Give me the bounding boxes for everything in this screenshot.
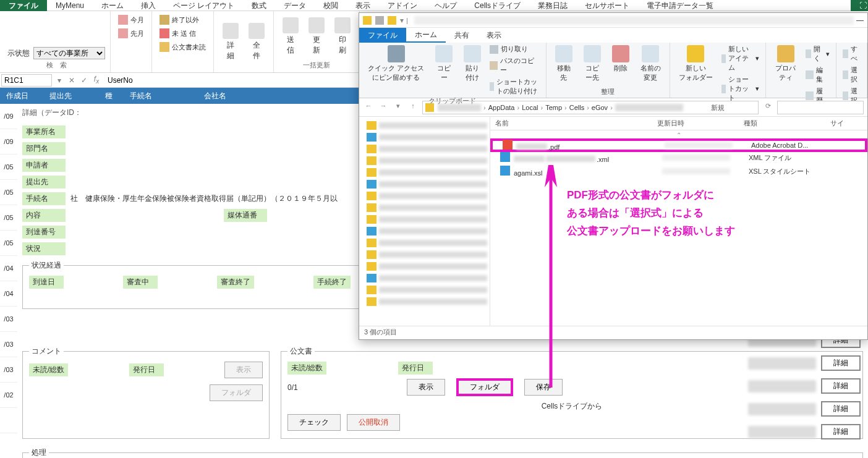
tree-item[interactable] (362, 213, 487, 225)
unread-docs-button[interactable]: 公文書未読 (157, 41, 208, 53)
docs-folder-button[interactable]: フォルダ (456, 378, 513, 396)
row-date[interactable] (0, 408, 17, 433)
tab-mymenu[interactable]: MyMenu (47, 0, 93, 11)
tab-addin[interactable]: アドイン (379, 0, 426, 11)
name-box[interactable] (1, 74, 52, 87)
tree-item[interactable] (362, 225, 487, 237)
open-button[interactable]: 開く ▾ (804, 44, 831, 64)
explorer-titlebar[interactable]: ▾ | — (359, 13, 867, 28)
breadcrumb-item[interactable]: Local (522, 104, 538, 111)
fx-icon[interactable]: fx (90, 75, 103, 85)
fx-accept-icon[interactable]: ✓ (78, 76, 90, 85)
all-button[interactable]: 全 件 (245, 14, 268, 70)
tab-file[interactable]: ファイル (0, 0, 47, 11)
row-date[interactable]: /03 (0, 357, 17, 383)
breadcrumb-item[interactable]: AppData (488, 104, 515, 111)
new-folder-button[interactable]: 新しい フォルダー (675, 44, 717, 83)
select-none-button[interactable]: 選択 (841, 65, 862, 85)
back-icon[interactable]: ← (363, 102, 374, 113)
qat-icon[interactable] (375, 16, 384, 25)
tree-item[interactable] (362, 284, 487, 295)
up-icon[interactable]: ↑ (407, 102, 419, 113)
file-row[interactable]: agami.xslXSL スタイルシート (490, 164, 867, 178)
row-date[interactable]: /04 (0, 281, 17, 307)
tree-item[interactable] (362, 143, 487, 155)
tab-view[interactable]: 表示 (347, 0, 379, 11)
tab-formula[interactable]: 数式 (243, 0, 275, 11)
namebox-dropdown-icon[interactable]: ▾ (53, 76, 66, 85)
ex-tab-file[interactable]: ファイル (359, 28, 406, 43)
ex-tab-view[interactable]: 表示 (478, 28, 510, 43)
unsent-button[interactable]: 未 送 信 (157, 27, 208, 40)
col-date[interactable]: 更新日時 (657, 119, 744, 128)
comment-show-button[interactable]: 表示 (224, 362, 263, 378)
row-date[interactable]: /09 (0, 129, 17, 155)
breadcrumb-item[interactable]: Temp (545, 104, 562, 111)
row-date[interactable]: /05 (0, 205, 17, 231)
send-button[interactable]: 送 信 (279, 14, 302, 59)
detail-button[interactable]: 詳 細 (219, 14, 242, 70)
paste-button[interactable]: 貼り付け (460, 44, 485, 83)
row-date[interactable]: /04 (0, 256, 17, 281)
tree-item[interactable] (362, 260, 487, 272)
refresh-icon[interactable]: ⟳ (762, 102, 773, 113)
rename-button[interactable]: 名前の 変更 (637, 44, 665, 83)
tab-help[interactable]: ヘルプ (426, 0, 466, 11)
tree-item[interactable] (362, 201, 487, 213)
tab-data[interactable]: データ (275, 0, 315, 11)
row-date[interactable]: /05 (0, 180, 17, 205)
display-status-select[interactable]: すべての事業所 (33, 47, 105, 59)
this-month-button[interactable]: 今月 (116, 14, 147, 26)
row-date[interactable]: /03 (0, 307, 17, 332)
row-date[interactable]: /02 (0, 383, 17, 408)
file-row[interactable]: .xmlXML ファイル (490, 151, 867, 164)
ex-tab-home[interactable]: ホーム (406, 28, 446, 43)
tab-pagelayout[interactable]: ページ レイアウト (164, 0, 243, 11)
tree-item[interactable] (362, 190, 487, 201)
docs-save-button[interactable]: 保存 (524, 379, 563, 396)
tree-item[interactable] (362, 178, 487, 190)
docs-show-button[interactable]: 表示 (407, 379, 445, 396)
copyto-button[interactable]: コピー先 (580, 44, 605, 83)
update-button[interactable]: 更 新 (305, 14, 328, 59)
search-input[interactable] (777, 101, 864, 114)
copy-path-button[interactable]: パスのコピー (488, 56, 541, 75)
tree-item[interactable] (362, 166, 487, 178)
tree-item[interactable] (362, 272, 487, 284)
breadcrumb-item[interactable]: Cells (569, 104, 584, 111)
edit-button[interactable]: 編集 (804, 65, 831, 85)
tree-item[interactable] (362, 131, 487, 143)
row-date[interactable]: /05 (0, 231, 17, 256)
end-other-button[interactable]: 終了以外 (157, 14, 208, 26)
folder-tree[interactable] (359, 117, 490, 326)
recent-dropdown-icon[interactable]: ▾ (393, 102, 404, 113)
row-detail-button[interactable]: 詳細 (821, 355, 861, 371)
copy-button[interactable]: コピー (432, 44, 456, 83)
qat-icon[interactable] (388, 16, 396, 25)
tree-item[interactable] (362, 237, 487, 248)
maximize-icon[interactable]: ⛶ (851, 0, 868, 11)
print-button[interactable]: 印 刷 (331, 14, 354, 59)
row-date[interactable]: /03 (0, 332, 17, 357)
row-detail-button[interactable]: 詳細 (821, 424, 861, 439)
properties-button[interactable]: プロパティ (771, 44, 801, 83)
paste-shortcut-button[interactable]: ショートカットの貼り付け (488, 77, 541, 96)
col-name[interactable]: 名前 (490, 119, 657, 128)
file-row[interactable]: .pdfAdobe Acrobat D... (490, 138, 867, 152)
tab-elist[interactable]: 電子申請データ一覧 (638, 0, 722, 11)
tab-worklog[interactable]: 業務日誌 (529, 0, 576, 11)
fx-cancel-icon[interactable]: ✕ (66, 76, 78, 85)
pin-quickaccess-button[interactable]: クイック アクセス にピン留めする (364, 44, 428, 83)
ex-tab-share[interactable]: 共有 (446, 28, 478, 43)
comment-folder-button[interactable]: フォルダ (210, 384, 263, 401)
tab-home[interactable]: ホーム (93, 0, 132, 11)
row-detail-button[interactable]: 詳細 (821, 378, 861, 394)
qat-dropdown-icon[interactable]: ▾ (400, 16, 404, 25)
cancel-publish-button[interactable]: 公開取消 (347, 414, 400, 431)
select-all-button[interactable]: すべ (841, 44, 862, 64)
tree-item[interactable] (362, 295, 487, 307)
breadcrumb[interactable]: › AppData› Local› Temp› Cells› eGov› (422, 101, 759, 114)
close-icon[interactable]: — (856, 16, 864, 25)
tab-insert[interactable]: 挿入 (132, 0, 164, 11)
last-month-button[interactable]: 先月 (116, 27, 147, 40)
